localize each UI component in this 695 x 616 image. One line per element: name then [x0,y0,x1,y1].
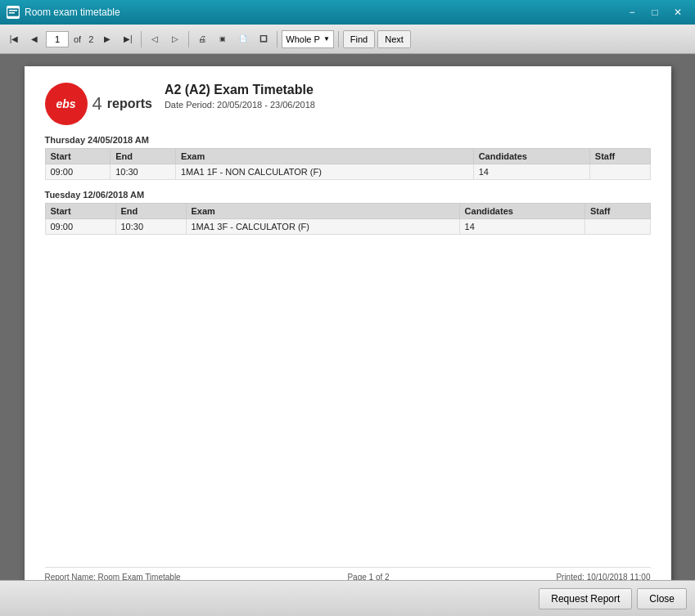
report-title-block: A2 (A2) Exam Timetable Date Period: 20/0… [165,83,315,110]
cell-exam-2: 1MA1 3F - CALCULATOR (F) [186,219,459,235]
col-end: End [111,149,176,164]
cell-end-2: 10:30 [115,219,186,235]
col-start: Start [45,149,111,164]
page-total-label: 2 [86,34,96,44]
section-1-date: Thursday 24/05/2018 AM [45,135,651,145]
separator-3 [277,31,278,47]
separator-2 [188,31,189,47]
next-page-icon: ▶ [104,34,111,43]
close-button[interactable]: Close [637,588,687,609]
report-footer: Report Name: Room Exam Timetable Page 1 … [45,567,651,580]
table-row: 09:00 10:30 1MA1 1F - NON CALCULATOR (F)… [45,164,650,180]
main-content: ebs 4 reports A2 (A2) Exam Timetable Dat… [0,54,695,580]
last-page-icon: ▶| [124,34,133,43]
svg-rect-2 [9,12,15,14]
request-report-button[interactable]: Request Report [539,588,632,609]
col-start-2: Start [45,204,115,219]
title-bar: Room exam timetable − □ ✕ [0,0,695,25]
footer-page-info: Page 1 of 2 [347,573,389,580]
section-2: Tuesday 12/06/2018 AM Start End Exam Can… [45,190,651,235]
first-page-icon: |◀ [10,34,19,43]
cell-candidates: 14 [473,164,589,180]
report-main-title: A2 (A2) Exam Timetable [165,83,315,97]
toolbar: |◀ ◀ 1 of 2 ▶ ▶| ◁ ▷ 🖨 ▣ 📄 🔲 Whole P ▼ F… [0,25,695,54]
zoom-dropdown-arrow: ▼ [323,35,330,43]
separator-1 [141,31,142,47]
find-button[interactable]: Find [343,30,375,48]
footer-printed: Printed: 10/10/2018 11:00 [556,573,650,580]
next-page-button[interactable]: ▶ [98,30,116,48]
logo-ebs-text: ebs [56,97,75,110]
section-2-date: Tuesday 12/06/2018 AM [45,190,651,200]
table-row-2: 09:00 10:30 1MA1 3F - CALCULATOR (F) 14 [45,219,650,235]
cell-staff [589,164,650,180]
close-window-button[interactable]: ✕ [667,4,688,20]
zoom-dropdown[interactable]: Whole P ▼ [282,30,334,48]
section-2-table: Start End Exam Candidates Staff 09:00 10… [45,203,651,235]
section-1-table: Start End Exam Candidates Staff 09:00 10… [45,148,651,180]
col-end-2: End [115,204,186,219]
last-page-button[interactable]: ▶| [119,30,137,48]
zoom-label: Whole P [286,34,320,44]
logo-reports-text: reports [107,97,152,111]
separator-4 [338,31,339,47]
print-options-icon: ▣ [219,35,226,43]
export-icon: 📄 [239,35,247,43]
next-find-button[interactable]: Next [377,30,411,48]
page-of-label: of [71,34,83,44]
table-header-row-2: Start End Exam Candidates Staff [45,204,650,219]
col-staff-2: Staff [585,204,651,219]
bottom-bar: Request Report Close [0,580,695,616]
export-button[interactable]: 📄 [234,30,252,48]
cell-end: 10:30 [111,164,176,180]
view-button[interactable]: 🔲 [255,30,273,48]
print-button[interactable]: 🖨 [193,30,211,48]
cell-start: 09:00 [45,164,111,180]
window-controls: − □ ✕ [621,4,688,20]
cell-candidates-2: 14 [459,219,584,235]
report-page: ebs 4 reports A2 (A2) Exam Timetable Dat… [25,66,671,580]
prev-page-button[interactable]: ◀ [25,30,43,48]
window-title: Room exam timetable [25,7,120,18]
prev-page-icon: ◀ [31,34,38,43]
forward-button[interactable]: ▷ [166,30,184,48]
col-exam: Exam [175,149,473,164]
back-button[interactable]: ◁ [146,30,164,48]
table-header-row: Start End Exam Candidates Staff [45,149,650,164]
restore-button[interactable]: □ [644,4,666,20]
svg-rect-1 [9,10,17,11]
col-staff: Staff [589,149,650,164]
cell-staff-2 [585,219,651,235]
view-icon: 🔲 [259,35,268,43]
app-icon [7,6,20,19]
first-page-button[interactable]: |◀ [5,30,23,48]
page-input[interactable]: 1 [46,31,69,47]
section-1: Thursday 24/05/2018 AM Start End Exam Ca… [45,135,651,180]
logo-circle: ebs [45,83,88,125]
col-candidates-2: Candidates [459,204,584,219]
minimize-button[interactable]: − [621,4,643,20]
logo-number: 4 [93,93,102,115]
col-exam-2: Exam [186,204,459,219]
report-header: ebs 4 reports A2 (A2) Exam Timetable Dat… [45,83,651,125]
print-icon: 🖨 [198,34,206,43]
cell-exam: 1MA1 1F - NON CALCULATOR (F) [175,164,473,180]
footer-report-name: Report Name: Room Exam Timetable [45,573,181,580]
cell-start-2: 09:00 [45,219,115,235]
col-candidates: Candidates [473,149,589,164]
report-date-period: Date Period: 20/05/2018 - 23/06/2018 [165,100,315,110]
print-options-button[interactable]: ▣ [214,30,232,48]
